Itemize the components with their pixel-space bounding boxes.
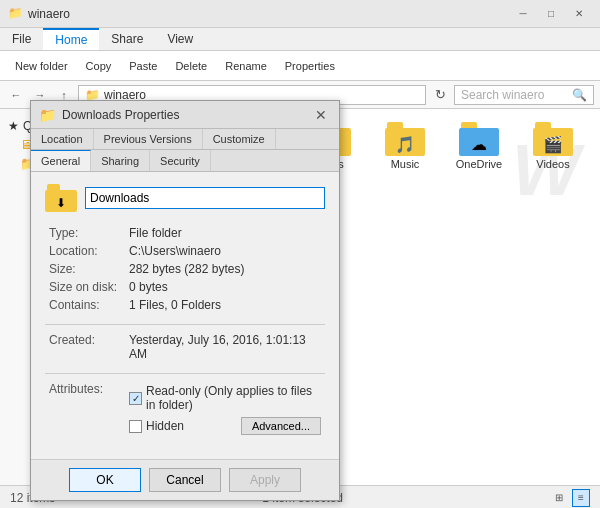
dialog-tab-sharing[interactable]: Sharing (91, 150, 150, 171)
title-buttons: ─ □ ✕ (510, 4, 592, 24)
created-table: Created: Yesterday, July 16, 2016, 1:01:… (45, 331, 325, 363)
search-icon: 🔍 (572, 88, 587, 102)
hidden-label: Hidden (146, 419, 184, 433)
folder-name-input[interactable] (85, 187, 325, 209)
ribbon-delete[interactable]: Delete (168, 57, 214, 75)
dialog-footer: OK Cancel Apply (31, 459, 339, 500)
info-row-contains: Contains: 1 Files, 0 Folders (45, 296, 325, 314)
dialog-content: ⬇ Type: File folder Location: C:\Users\w… (31, 172, 339, 459)
file-label-onedrive: OneDrive (456, 158, 502, 170)
dialog-tabs-row1: Location Previous Versions Customize (31, 129, 339, 150)
readonly-label: Read-only (Only applies to files in fold… (146, 384, 321, 412)
search-placeholder: Search winaero (461, 88, 544, 102)
dialog-close-button[interactable]: ✕ (311, 105, 331, 125)
back-button[interactable]: ← (6, 85, 26, 105)
info-row-created: Created: Yesterday, July 16, 2016, 1:01:… (45, 331, 325, 363)
title-bar-left: 📁 winaero (8, 6, 70, 22)
info-row-size: Size: 282 bytes (282 bytes) (45, 260, 325, 278)
hidden-checkbox[interactable] (129, 420, 142, 433)
ok-button[interactable]: OK (69, 468, 141, 492)
hidden-checkbox-row: Hidden (129, 417, 237, 435)
dialog-tab-customize[interactable]: Customize (203, 129, 276, 149)
maximize-button[interactable]: □ (538, 4, 564, 24)
window-title: winaero (28, 7, 70, 21)
ribbon-content: New folder Copy Paste Delete Rename Prop… (0, 51, 600, 81)
attributes-table: Attributes: Read-only (Only applies to f… (45, 380, 325, 437)
minimize-button[interactable]: ─ (510, 4, 536, 24)
info-label-created: Created: (45, 331, 125, 363)
ribbon-properties[interactable]: Properties (278, 57, 342, 75)
dialog-title-bar: 📁 Downloads Properties ✕ (31, 101, 339, 129)
star-icon: ★ (8, 119, 19, 133)
info-label-size: Size: (45, 260, 125, 278)
info-value-location: C:\Users\winaero (125, 242, 325, 260)
info-value-size-on-disk: 0 bytes (125, 278, 325, 296)
tab-view[interactable]: View (155, 28, 205, 50)
dialog-tabs-row2: General Sharing Security (31, 150, 339, 172)
dialog-tab-general[interactable]: General (31, 150, 91, 171)
dialog-folder-row: ⬇ (45, 184, 325, 212)
info-row-type: Type: File folder (45, 224, 325, 242)
dialog-title-text: Downloads Properties (62, 108, 179, 122)
ribbon-copy[interactable]: Copy (79, 57, 119, 75)
separator2 (45, 373, 325, 374)
dialog-title-left: 📁 Downloads Properties (39, 107, 179, 123)
folder-icon-onedrive: ☁ (459, 122, 499, 156)
file-label-videos: Videos (536, 158, 569, 170)
folder-icon-videos: 🎬 (533, 122, 573, 156)
search-box[interactable]: Search winaero 🔍 (454, 85, 594, 105)
tab-share[interactable]: Share (99, 28, 155, 50)
view-buttons: ⊞ ≡ (550, 489, 590, 507)
info-label-location: Location: (45, 242, 125, 260)
info-label-contains: Contains: (45, 296, 125, 314)
readonly-checkbox-row: Read-only (Only applies to files in fold… (129, 382, 321, 414)
file-label-music: Music (391, 158, 420, 170)
info-value-type: File folder (125, 224, 325, 242)
info-value-contains: 1 Files, 0 Folders (125, 296, 325, 314)
attributes-row: Attributes: Read-only (Only applies to f… (45, 380, 325, 437)
ribbon: File Home Share View (0, 28, 600, 51)
info-row-size-on-disk: Size on disk: 0 bytes (45, 278, 325, 296)
ribbon-paste[interactable]: Paste (122, 57, 164, 75)
info-label-type: Type: (45, 224, 125, 242)
advanced-button[interactable]: Advanced... (241, 417, 321, 435)
dialog-tab-previous-versions[interactable]: Previous Versions (94, 129, 203, 149)
info-row-location: Location: C:\Users\winaero (45, 242, 325, 260)
refresh-button[interactable]: ↻ (430, 85, 450, 105)
dialog-info-table: Type: File folder Location: C:\Users\win… (45, 224, 325, 314)
details-view-button[interactable]: ≡ (572, 489, 590, 507)
attributes-label: Attributes: (45, 380, 125, 437)
ribbon-tabs: File Home Share View (0, 28, 600, 50)
ribbon-new-folder[interactable]: New folder (8, 57, 75, 75)
close-button[interactable]: ✕ (566, 4, 592, 24)
info-value-size: 282 bytes (282 bytes) (125, 260, 325, 278)
file-item-music[interactable]: 🎵 Music (370, 117, 440, 175)
large-icons-view-button[interactable]: ⊞ (550, 489, 568, 507)
title-bar: 📁 winaero ─ □ ✕ (0, 0, 600, 28)
apply-button[interactable]: Apply (229, 468, 301, 492)
readonly-checkbox[interactable] (129, 392, 142, 405)
window-icon: 📁 (8, 6, 24, 22)
ribbon-rename[interactable]: Rename (218, 57, 274, 75)
folder-icon-music: 🎵 (385, 122, 425, 156)
tab-file[interactable]: File (0, 28, 43, 50)
cancel-button[interactable]: Cancel (149, 468, 221, 492)
dialog-tab-location[interactable]: Location (31, 129, 94, 149)
downloads-properties-dialog[interactable]: 📁 Downloads Properties ✕ Location Previo… (30, 100, 340, 501)
tab-home[interactable]: Home (43, 28, 99, 50)
dialog-tab-security[interactable]: Security (150, 150, 211, 171)
info-label-size-on-disk: Size on disk: (45, 278, 125, 296)
dialog-folder-icon: ⬇ (45, 184, 77, 212)
dialog-title-icon: 📁 (39, 107, 56, 123)
attributes-values: Read-only (Only applies to files in fold… (125, 380, 325, 437)
file-item-onedrive[interactable]: ☁ OneDrive (444, 117, 514, 175)
file-item-videos[interactable]: 🎬 Videos (518, 117, 588, 175)
info-value-created: Yesterday, July 16, 2016, 1:01:13 AM (125, 331, 325, 363)
separator1 (45, 324, 325, 325)
